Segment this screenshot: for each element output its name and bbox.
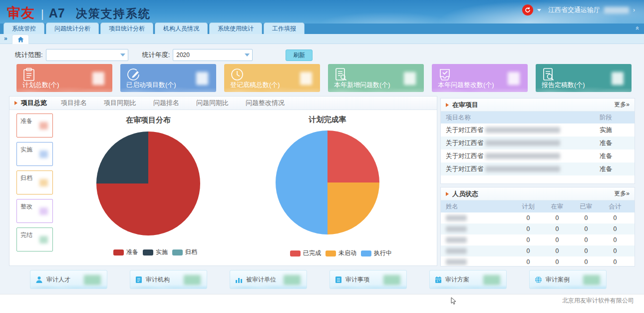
legend-swatch <box>113 250 124 256</box>
table-row[interactable]: 0 0 0 0 <box>441 224 635 234</box>
stage-label: 归档 <box>20 174 32 182</box>
mouse-cursor <box>451 297 457 305</box>
tab-issue-rectification[interactable]: 问题整改情况 <box>246 98 285 108</box>
scope-filter-label: 统计范围: <box>15 50 43 60</box>
redacted-username <box>604 7 629 14</box>
nav-tab-system-usage[interactable]: 系统使用统计 <box>209 22 262 34</box>
stage-box-prepare[interactable]: 准备 <box>16 114 53 138</box>
staff-more-link[interactable]: 更多» <box>614 190 630 198</box>
table-row[interactable]: 关于对江西省 准备 <box>441 136 635 150</box>
year-select[interactable]: 2020 <box>173 49 253 61</box>
table-row[interactable]: 关于对江西省 准备 <box>441 162 635 176</box>
company-name: 北京用友审计软件有限公司 <box>562 296 634 305</box>
table-row[interactable]: 0 0 0 0 <box>441 234 635 246</box>
legend-item-not-started[interactable]: 未启动 <box>325 249 356 258</box>
redacted-stage-count <box>39 179 48 186</box>
stage-box-rectify[interactable]: 整改 <box>16 199 53 223</box>
bar-chart-icon <box>235 276 243 284</box>
stat-card-started-projects[interactable]: 已启动项目数(个) <box>120 64 216 92</box>
tab-issue-yoy[interactable]: 问题同期比 <box>196 98 229 108</box>
tab-project-yoy[interactable]: 项目同期比 <box>104 98 136 108</box>
pie-chart-plan-completion[interactable] <box>276 130 379 234</box>
stat-card-label: 报告定稿数(个) <box>542 80 585 90</box>
brand-text: 审友 <box>7 4 35 22</box>
legend-item-prepare[interactable]: 准备 <box>113 248 138 256</box>
redacted-stat-value <box>196 72 208 85</box>
legend-item-in-progress[interactable]: 执行中 <box>361 249 392 258</box>
tabs-overflow-icon[interactable]: » <box>4 35 7 42</box>
projects-panel-header: 在审项目 更多» <box>441 98 635 112</box>
tab-project-overview[interactable]: 项目总览 <box>21 98 47 108</box>
redacted-project-name <box>485 166 560 172</box>
globe-icon <box>535 276 542 284</box>
clock-icon <box>230 68 244 82</box>
chevron-down-icon[interactable] <box>537 9 541 12</box>
quick-btn-audit-cases[interactable]: 审计案例 <box>529 270 607 289</box>
stat-card-final-reports[interactable]: 报告定稿数(个) <box>536 64 632 92</box>
table-row[interactable]: 关于对江西省 实施 <box>441 124 635 136</box>
year-select-value: 2020 <box>176 52 190 58</box>
legend-item-archive[interactable]: 归档 <box>172 248 197 256</box>
quick-btn-audited-units[interactable]: 被审计单位 <box>230 270 307 289</box>
calendar-icon <box>435 276 442 284</box>
panel-bullet-icon <box>446 103 449 107</box>
chevron-right-icon[interactable]: › <box>633 6 635 14</box>
nav-tab-system-control[interactable]: 系统管控 <box>3 22 44 34</box>
projects-more-link[interactable]: 更多» <box>614 100 630 109</box>
panel-bullet-icon <box>446 192 449 196</box>
quick-btn-audit-matters[interactable]: 审计事项 <box>329 270 407 289</box>
stage-summary-column: 准备 实施 归档 整改 完结 <box>16 114 53 252</box>
quick-btn-audit-plans[interactable]: 审计方案 <box>429 270 507 289</box>
home-icon <box>17 36 24 42</box>
stat-card-label: 登记底稿总数(个) <box>230 80 280 90</box>
product-name: A7 <box>49 6 65 20</box>
table-row[interactable]: 0 0 0 0 <box>441 212 635 224</box>
redacted-stage-count <box>39 122 48 130</box>
main-nav-bar: 系统管控 问题统计分析 项目统计分析 机构人员情况 系统使用统计 工作填报 » <box>0 24 644 34</box>
table-row[interactable]: 0 0 0 0 <box>441 256 635 266</box>
stat-card-registered-drafts[interactable]: 登记底稿总数(个) <box>224 64 320 92</box>
list-icon <box>335 276 342 284</box>
table-row[interactable]: 关于对江西省 准备 <box>441 150 635 162</box>
stage-box-complete[interactable]: 完结 <box>16 228 53 252</box>
pie-chart-project-distribution[interactable] <box>96 132 200 236</box>
panel-title: 人员状态 <box>452 190 478 198</box>
refresh-button[interactable]: 刷新 <box>286 50 313 61</box>
organization-name: 江西省交通运输厅 <box>548 6 600 14</box>
tab-issue-ranking[interactable]: 问题排名 <box>153 98 179 108</box>
redacted-count <box>583 275 600 285</box>
stat-card-plan-total[interactable]: 计划总数(个) <box>16 64 112 92</box>
staff-status-panel: 人员状态 更多» 姓名 计划 在审 已审 合计 0 0 0 0 0 0 0 0 … <box>440 187 635 266</box>
stat-card-rectified-issues[interactable]: 本年问题整改数(个) <box>432 64 528 92</box>
stage-label: 准备 <box>20 117 32 126</box>
table-row[interactable]: 0 0 0 0 <box>441 246 635 256</box>
overview-panel: 项目总览 项目排名 项目同期比 问题排名 问题同期比 问题整改情况 准备 实施 … <box>9 96 437 266</box>
redacted-project-name <box>485 127 560 133</box>
nav-tab-project-stats[interactable]: 项目统计分析 <box>100 22 153 34</box>
stage-box-archive[interactable]: 归档 <box>16 170 53 194</box>
stat-card-label: 计划总数(个) <box>22 80 59 90</box>
redacted-stage-count <box>39 236 48 244</box>
legend-swatch <box>290 250 301 256</box>
redacted-project-name <box>485 140 560 146</box>
nav-tab-issue-stats[interactable]: 问题统计分析 <box>46 22 99 34</box>
collapse-chevrons-icon[interactable]: » <box>633 28 641 30</box>
stage-box-implement[interactable]: 实施 <box>16 142 53 166</box>
tab-home[interactable] <box>12 34 29 44</box>
notification-icon[interactable] <box>522 4 533 16</box>
quick-btn-audit-talent[interactable]: 审计人才 <box>30 270 107 289</box>
projects-under-review-panel: 在审项目 更多» 项目名称 阶段 关于对江西省 实施 关于对江西省 准备 关于对… <box>440 98 635 184</box>
open-tabs-bar: » <box>0 34 644 44</box>
nav-tab-work-report[interactable]: 工作填报 <box>264 22 305 34</box>
legend-item-implement[interactable]: 实施 <box>143 248 168 256</box>
brand-divider: | <box>41 8 44 20</box>
redacted-count <box>284 275 301 285</box>
quick-links-row: 审计人才 审计机构 被审计单位 审计事项 审计方案 审计案例 <box>0 270 644 289</box>
nav-tab-org-personnel[interactable]: 机构人员情况 <box>155 22 208 34</box>
quick-btn-audit-org[interactable]: 审计机构 <box>130 270 207 289</box>
tab-project-ranking[interactable]: 项目排名 <box>61 98 87 108</box>
scope-select[interactable] <box>46 49 128 61</box>
redacted-person-name <box>446 259 467 265</box>
stat-card-new-issues[interactable]: 本年新增问题数(个) <box>328 64 424 92</box>
legend-item-completed[interactable]: 已完成 <box>290 249 321 258</box>
